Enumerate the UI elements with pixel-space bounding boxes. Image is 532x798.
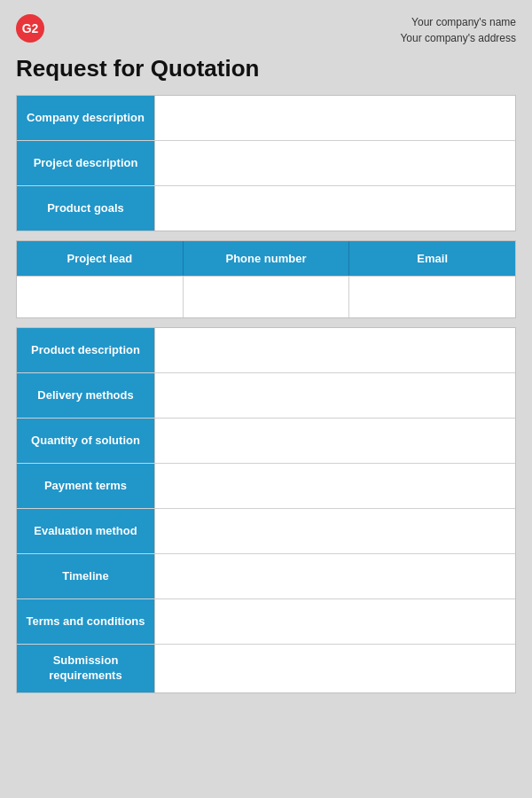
project-lead-header: Project lead: [17, 241, 184, 276]
form-row: Quantity of solution: [17, 419, 515, 464]
product-goals-input[interactable]: [154, 186, 515, 231]
company-info: Your company's name Your company's addre…: [400, 14, 516, 46]
logo: G2: [16, 14, 44, 43]
terms-and-conditions-input[interactable]: [154, 599, 515, 644]
product-goals-label: Product goals: [17, 186, 154, 231]
page-title: Request for Quotation: [16, 55, 516, 82]
evaluation-method-input[interactable]: [154, 509, 515, 553]
email-input[interactable]: [349, 277, 515, 317]
company-description-label: Company description: [17, 96, 154, 140]
delivery-methods-label: Delivery methods: [17, 373, 154, 418]
timeline-label: Timeline: [17, 554, 154, 598]
product-description-input[interactable]: [154, 328, 515, 372]
product-description-label: Product description: [17, 328, 154, 372]
project-description-input[interactable]: [154, 141, 515, 185]
quantity-of-solution-input[interactable]: [154, 419, 515, 463]
contact-section: Project lead Phone number Email: [16, 240, 516, 318]
form-row: Submission requirements: [17, 645, 515, 692]
form-row: Company description: [17, 96, 515, 141]
project-description-label: Project description: [17, 141, 154, 185]
form-row: Timeline: [17, 554, 515, 599]
form-row: Product goals: [17, 186, 515, 231]
company-name: Your company's name: [400, 14, 516, 30]
payment-terms-label: Payment terms: [17, 464, 154, 508]
header: G2 Your company's name Your company's ad…: [16, 14, 516, 46]
form-row: Delivery methods: [17, 373, 515, 419]
top-section: Company description Project description …: [16, 95, 516, 231]
project-lead-input[interactable]: [17, 277, 184, 317]
form-row: Evaluation method: [17, 509, 515, 554]
phone-number-input[interactable]: [184, 277, 350, 317]
quantity-of-solution-label: Quantity of solution: [17, 419, 154, 463]
company-description-input[interactable]: [154, 96, 515, 140]
email-header: Email: [349, 241, 515, 276]
submission-requirements-input[interactable]: [154, 645, 515, 692]
company-address: Your company's address: [400, 30, 516, 46]
form-row: Payment terms: [17, 464, 515, 509]
form-row: Project description: [17, 141, 515, 186]
payment-terms-input[interactable]: [154, 464, 515, 508]
bottom-section: Product description Delivery methods Qua…: [16, 327, 516, 693]
delivery-methods-input[interactable]: [154, 373, 515, 418]
contact-data-row: [17, 276, 515, 317]
form-row: Product description: [17, 328, 515, 373]
timeline-input[interactable]: [154, 554, 515, 598]
submission-requirements-label: Submission requirements: [17, 645, 154, 692]
form-row: Terms and conditions: [17, 599, 515, 645]
phone-number-header: Phone number: [184, 241, 350, 276]
evaluation-method-label: Evaluation method: [17, 509, 154, 553]
contact-header-row: Project lead Phone number Email: [17, 241, 515, 276]
terms-and-conditions-label: Terms and conditions: [17, 599, 154, 644]
page: G2 Your company's name Your company's ad…: [0, 0, 532, 798]
